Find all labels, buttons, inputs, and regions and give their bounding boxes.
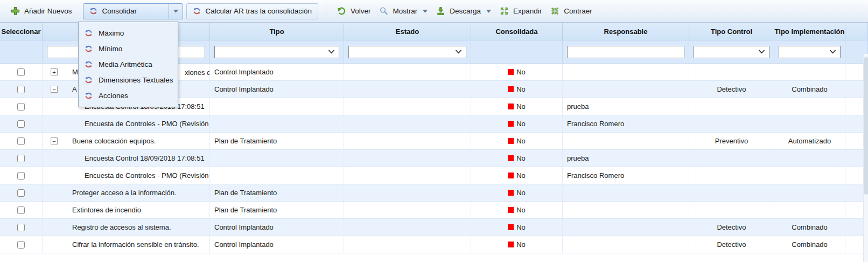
consolidada-indicator — [508, 104, 514, 109]
consolidate-menu-item[interactable]: Dimensiones Textuales — [79, 72, 178, 88]
cell-estado — [344, 150, 471, 167]
calculate-ar-button[interactable]: Calcular AR tras la consolidación — [186, 3, 318, 19]
download-button[interactable]: Descarga — [432, 4, 495, 18]
consolidada-indicator — [508, 155, 514, 161]
cell-tipo_control — [689, 98, 774, 115]
scrollbar-thumb[interactable] — [864, 57, 868, 195]
responsable-value: Francisco Romero — [567, 120, 624, 128]
estado-filter-select[interactable] — [348, 46, 466, 58]
row-name: M — [72, 68, 78, 76]
consolidate-menu-item[interactable]: Máximo — [79, 25, 178, 41]
back-label: Volver — [351, 7, 371, 15]
cell-responsable — [563, 219, 689, 236]
table-row: Encuesta de Controles - PMO (RevisiónNoF… — [0, 115, 868, 133]
filter-cell-responsable — [563, 40, 689, 63]
row-name: A — [72, 85, 77, 93]
consolidate-button[interactable]: Consolidar — [83, 4, 169, 19]
back-button[interactable]: Volver — [333, 4, 375, 18]
calculate-sync-icon — [193, 7, 201, 15]
collapse-button[interactable]: Contraer — [546, 4, 597, 18]
menu-item-label: Dimensiones Textuales — [99, 76, 173, 84]
expand-toggle[interactable]: − — [51, 86, 58, 93]
tipo_impl-value: Automatizado — [788, 137, 831, 145]
collapse-icon — [550, 6, 559, 16]
column-header-select: Seleccionar — [0, 23, 43, 40]
consolidate-dropdown-arrow[interactable] — [169, 4, 183, 19]
cell-consolidada: No — [471, 219, 563, 236]
cell-tipo — [210, 167, 344, 184]
cell-tipo_control — [689, 202, 774, 218]
consolidada-indicator — [508, 242, 514, 247]
row-checkbox[interactable] — [17, 86, 25, 93]
row-name: Buena colocación equipos. — [72, 137, 156, 145]
add-new-button[interactable]: Añadir Nuevos — [6, 4, 76, 18]
cell-estado — [344, 64, 471, 80]
expand-label: Expandir — [513, 7, 542, 15]
row-checkbox[interactable] — [17, 224, 25, 231]
cell-tipo — [210, 150, 344, 167]
cell-responsable: Francisco Romero — [563, 167, 689, 184]
consolidada-value: No — [516, 189, 526, 197]
cell-tipo_impl: Combinado — [774, 219, 845, 236]
consolidate-label: Consolidar — [102, 7, 137, 15]
tipo-filter-select[interactable] — [214, 46, 339, 58]
expand-toggle[interactable]: + — [51, 68, 58, 75]
table-row: Extintores de incendioPlan de Tratamient… — [0, 202, 868, 219]
row-checkbox[interactable] — [17, 172, 25, 180]
row-checkbox[interactable] — [17, 155, 25, 162]
consolidada-indicator — [508, 207, 514, 213]
add-new-label: Añadir Nuevos — [24, 7, 72, 15]
row-checkbox[interactable] — [17, 189, 25, 197]
expand-toggle[interactable]: − — [51, 137, 58, 144]
consolidate-menu-item[interactable]: Mínimo — [79, 41, 178, 57]
vertical-scrollbar[interactable] — [863, 54, 868, 262]
consolidada-value: No — [516, 154, 526, 162]
add-icon — [11, 6, 20, 16]
consolidate-sync-icon — [85, 29, 93, 37]
cell-tipo_control: Detectivo — [689, 219, 774, 236]
cell-name: Proteger acceso a la información. — [43, 184, 210, 201]
filter-cell-tipo_impl — [774, 40, 845, 63]
table-row: −Buena colocación equipos.Plan de Tratam… — [0, 133, 868, 150]
cell-tipo_impl — [774, 150, 845, 167]
consolidate-menu-item[interactable]: Media Aritmética — [79, 57, 178, 72]
cell-tipo: Plan de Tratamiento — [210, 202, 344, 218]
download-label: Descarga — [450, 7, 481, 15]
row-checkbox[interactable] — [17, 206, 25, 214]
cell-select — [0, 167, 43, 184]
expand-button[interactable]: Expandir — [495, 4, 546, 18]
cell-estado — [344, 133, 471, 149]
table-row: Encuesta de Controles - PMO (RevisiónNoF… — [0, 167, 868, 184]
responsable-filter-input[interactable] — [567, 46, 684, 58]
cell-consolidada: No — [471, 184, 563, 201]
row-checkbox[interactable] — [17, 137, 25, 145]
cell-select — [0, 64, 43, 80]
consolidada-indicator — [508, 173, 514, 178]
cell-name: −Buena colocación equipos. — [43, 133, 210, 149]
column-header-consolidada: Consolidada — [471, 23, 563, 40]
menu-item-label: Acciones — [99, 92, 128, 100]
consolidate-sync-icon — [85, 45, 93, 53]
tipo_impl-filter-select[interactable] — [779, 46, 841, 58]
consolidate-menu-item[interactable]: Acciones — [79, 88, 178, 104]
filter-cell-estado — [344, 40, 471, 63]
show-button[interactable]: Mostrar — [375, 4, 432, 18]
calculate-ar-label: Calcular AR tras la consolidación — [206, 7, 312, 15]
consolidada-value: No — [516, 68, 526, 76]
row-name: Encuesta de Controles - PMO (Revisión — [85, 171, 208, 180]
cell-consolidada: No — [471, 64, 563, 80]
cell-select — [0, 115, 43, 132]
cell-estado — [344, 219, 471, 236]
consolidada-value: No — [516, 240, 526, 249]
cell-estado — [344, 236, 471, 253]
row-checkbox[interactable] — [17, 103, 25, 111]
show-dropdown-arrow-icon[interactable] — [423, 10, 428, 13]
dropdown-arrow-icon — [173, 10, 178, 13]
row-checkbox[interactable] — [17, 120, 25, 128]
download-dropdown-arrow-icon[interactable] — [486, 10, 491, 13]
responsable-value: prueba — [567, 154, 589, 162]
tipo_control-value: Detectivo — [717, 223, 746, 231]
row-checkbox[interactable] — [17, 68, 25, 76]
tipo_control-filter-select[interactable] — [694, 46, 769, 58]
row-checkbox[interactable] — [17, 241, 25, 249]
